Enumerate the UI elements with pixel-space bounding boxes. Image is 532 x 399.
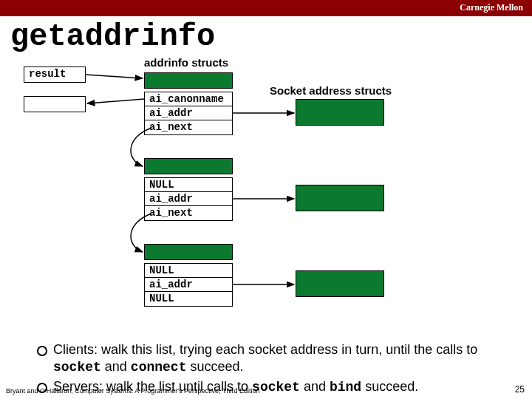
result-label: result <box>29 68 66 80</box>
sockaddr-3 <box>296 270 384 297</box>
sockaddr-1 <box>296 99 384 126</box>
b1-mid: and <box>101 359 131 374</box>
page-number: 25 <box>515 384 525 395</box>
addrinfo-node-1-top <box>144 72 233 89</box>
footer-citation: Bryant and O'Hallaron, Computer Systems:… <box>6 387 259 395</box>
addrinfo-node-1: ai_canonname ai_addr ai_next <box>144 92 233 135</box>
n1-canonname: ai_canonname <box>145 92 232 106</box>
addrinfo-node-3: NULL ai_addr NULL <box>144 263 233 307</box>
b1-pre: Clients: walk this list, trying each soc… <box>53 342 477 357</box>
org-label: Carnegie Mellon <box>460 2 523 13</box>
b2-mid: and <box>300 379 330 394</box>
sockaddr-2 <box>296 185 384 211</box>
n2-null: NULL <box>145 178 232 192</box>
page-title: getaddrinfo <box>10 19 532 55</box>
n3-null2: NULL <box>145 292 232 306</box>
aux-box <box>24 96 86 112</box>
n3-addr: ai_addr <box>145 278 232 292</box>
addrinfo-node-3-top <box>144 244 233 260</box>
b1-code-connect: connect <box>131 360 187 375</box>
addrinfo-structs-label: addrinfo structs <box>144 56 228 69</box>
b1-code-socket: socket <box>53 360 101 375</box>
addrinfo-node-2: NULL ai_addr ai_next <box>144 177 233 221</box>
socket-addr-structs-label: Socket address structs <box>270 84 392 97</box>
bullet-clients: Clients: walk this list, trying each soc… <box>37 341 510 375</box>
n2-next: ai_next <box>145 206 232 220</box>
svg-line-1 <box>87 99 144 103</box>
svg-line-0 <box>86 75 143 78</box>
header-bar: Carnegie Mellon <box>0 0 532 16</box>
n1-addr: ai_addr <box>145 106 232 120</box>
addrinfo-node-2-top <box>144 158 233 174</box>
b2-code-bind: bind <box>330 380 361 395</box>
diagram-canvas: result addrinfo structs Socket address s… <box>0 56 532 337</box>
b2-post: succeed. <box>361 379 418 394</box>
b1-post: succeed. <box>186 359 243 374</box>
n1-next: ai_next <box>145 120 232 134</box>
n2-addr: ai_addr <box>145 192 232 206</box>
n3-null1: NULL <box>145 264 232 278</box>
result-box: result <box>24 66 86 83</box>
